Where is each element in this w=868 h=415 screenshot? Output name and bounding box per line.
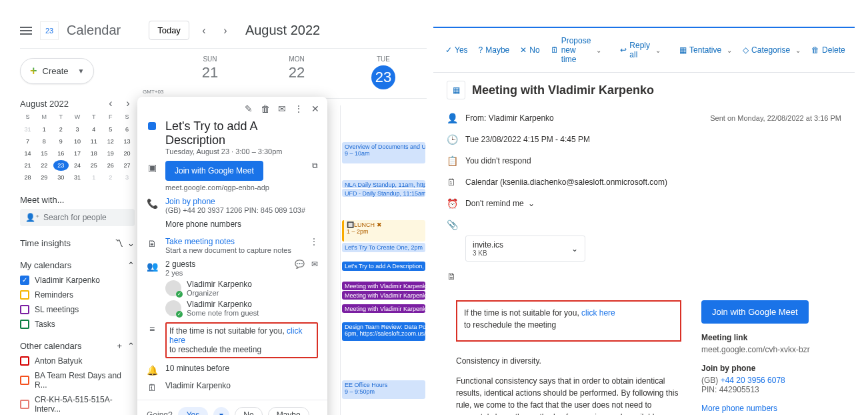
mini-day[interactable]: 19 (103, 148, 118, 159)
mini-day[interactable]: 5 (103, 124, 118, 135)
checkbox-icon[interactable] (20, 376, 29, 385)
mini-day[interactable]: 13 (119, 136, 135, 147)
mini-day[interactable]: 20 (119, 148, 135, 159)
mini-day[interactable]: 1 (37, 124, 52, 135)
checkbox-icon[interactable] (20, 400, 29, 409)
today-button[interactable]: Today (149, 21, 189, 40)
other-calendars-heading[interactable]: Other calendars + ⌃ (20, 341, 135, 351)
response-no-button[interactable]: ✕No (516, 43, 543, 57)
time-insights-heading[interactable]: Time insights 〽 ⌄ (20, 238, 135, 248)
reply-all-button[interactable]: ↩Reply all (616, 38, 665, 62)
mini-day[interactable]: 23 (53, 160, 69, 171)
mini-day[interactable]: 30 (53, 172, 69, 183)
join-meet-button[interactable]: Join with Google Meet (165, 161, 263, 181)
mini-day[interactable]: 26 (103, 160, 118, 171)
response-maybe-button[interactable]: ?Maybe (475, 43, 514, 57)
event-design[interactable]: Design Team Review: Data Pod6pm, https:/… (342, 322, 425, 341)
more-phone-link[interactable]: More phone numbers (701, 404, 841, 413)
weekday-column[interactable]: SUN21 (167, 49, 253, 98)
event-mtg3[interactable]: Meeting with Vladimir Karpenko, (342, 304, 425, 313)
remind-dropdown[interactable]: Don't remind me ⌄ (465, 199, 535, 208)
checkbox-icon[interactable] (20, 320, 29, 329)
event-lunch[interactable]: 🔲LUNCH ✖1 – 2pm (342, 220, 425, 242)
mini-day[interactable]: 27 (119, 160, 135, 171)
rsvp-expand-icon[interactable]: ⌄ (315, 409, 323, 416)
close-icon[interactable]: ✕ (311, 103, 319, 114)
calendar-item[interactable]: Vladimir Karpenko (20, 276, 135, 285)
weekday-column[interactable]: MON22 (253, 49, 340, 98)
mini-day[interactable]: 21 (20, 160, 35, 171)
more-phone-link[interactable]: More phone numbers (165, 220, 318, 229)
rsvp-yes-button[interactable]: Yes (178, 407, 209, 415)
join-phone-link[interactable]: Join by phone (165, 197, 318, 206)
mini-day[interactable]: 29 (37, 172, 52, 183)
mini-day[interactable]: 17 (70, 148, 85, 159)
mini-day[interactable]: 24 (70, 160, 85, 171)
mini-day[interactable]: 31 (20, 124, 35, 135)
mini-day[interactable]: 7 (20, 136, 35, 147)
next-week-icon[interactable]: › (219, 25, 232, 37)
event-overview[interactable]: Overview of Documents and Upd9 – 10am (342, 142, 425, 163)
add-calendar-icon[interactable]: + (117, 341, 122, 351)
mini-day[interactable]: 12 (103, 136, 118, 147)
event-mtg2[interactable]: Meeting with Vladimir Karpenko, (342, 291, 425, 300)
delete-button[interactable]: 🗑Delete (807, 43, 849, 57)
search-people-input[interactable]: 👤⁺ Search for people (20, 209, 135, 226)
checkbox-icon[interactable] (20, 290, 29, 300)
email-guests-icon[interactable]: ✉ (311, 260, 318, 269)
take-notes-link[interactable]: Take meeting notes (165, 237, 318, 246)
mini-day[interactable]: 3 (70, 124, 85, 135)
mail-icon[interactable]: ✉ (278, 103, 286, 114)
mini-day[interactable]: 14 (20, 148, 35, 159)
event-try-add[interactable]: Let's Try to add A Description, 3p (342, 262, 425, 271)
calendar-item[interactable]: CR-KH-5A-515-515A-Interv... (20, 395, 135, 414)
edit-icon[interactable]: ✎ (245, 103, 253, 114)
my-calendars-heading[interactable]: My calendars ⌃ (20, 260, 135, 270)
mini-prev-icon[interactable]: ‹ (104, 97, 117, 109)
mini-day[interactable]: 28 (20, 172, 35, 183)
create-button[interactable]: + Create ▼ (20, 58, 94, 84)
mini-day[interactable]: 16 (53, 148, 69, 159)
event-ufd[interactable]: UFD - Daily Standup, 11:15am, https: (342, 189, 425, 197)
mini-day[interactable]: 9 (53, 136, 69, 147)
event-mtg1[interactable]: Meeting with Vladimir Karpenko, (342, 282, 425, 290)
mini-day[interactable]: 2 (103, 172, 118, 183)
menu-icon[interactable] (20, 25, 32, 37)
mini-day[interactable]: 3 (119, 172, 135, 183)
mini-day[interactable]: 18 (86, 148, 101, 159)
reschedule-link[interactable]: click here (581, 308, 615, 318)
calendar-item[interactable]: Reminders (20, 290, 135, 300)
phone-number-link[interactable]: +44 20 3956 6078 (721, 376, 785, 385)
rsvp-yes-dropdown[interactable]: ▾ (213, 407, 229, 415)
delete-icon[interactable]: 🗑 (261, 103, 270, 114)
prev-week-icon[interactable]: ‹ (197, 25, 211, 37)
tentative-button[interactable]: ▦Tentative (675, 43, 736, 57)
weekday-column[interactable]: TUE23 (340, 49, 427, 98)
mini-day[interactable]: 25 (86, 160, 101, 171)
mini-day[interactable]: 8 (37, 136, 52, 147)
mini-day[interactable]: 11 (86, 136, 101, 147)
event-office-hours[interactable]: EE Office Hours9 – 9:50pm (342, 380, 425, 399)
rsvp-maybe-button[interactable]: Maybe (268, 407, 309, 415)
checkbox-icon[interactable] (20, 276, 29, 285)
event-try-create[interactable]: Let's Try To Create One, 2pm (342, 243, 425, 252)
mini-day[interactable]: 4 (86, 124, 101, 135)
notes-more-icon[interactable]: ⋮ (310, 237, 318, 246)
mini-day[interactable]: 1 (86, 172, 101, 183)
mini-day[interactable]: 15 (37, 148, 52, 159)
checkbox-icon[interactable] (20, 305, 29, 314)
calendar-item[interactable]: BA Team Rest Days and R... (20, 371, 135, 390)
chevron-down-icon[interactable]: ⌄ (571, 244, 578, 254)
mini-day[interactable]: 10 (70, 136, 85, 147)
calendar-item[interactable]: SL meetings (20, 305, 135, 314)
mini-day[interactable]: 2 (53, 124, 69, 135)
rsvp-no-button[interactable]: No (235, 407, 262, 415)
calendar-item[interactable]: Anton Batyuk (20, 356, 135, 366)
checkbox-icon[interactable] (20, 356, 29, 366)
propose-time-button[interactable]: 🗓Propose new time (547, 33, 606, 67)
chat-icon[interactable]: 💬 (295, 260, 305, 269)
response-yes-button[interactable]: ✓Yes (441, 43, 472, 57)
copy-link-icon[interactable]: ⧉ (312, 161, 318, 170)
event-nla[interactable]: NLA Daily Standup, 11am, https://sa (342, 180, 425, 188)
mini-day[interactable]: 31 (70, 172, 85, 183)
